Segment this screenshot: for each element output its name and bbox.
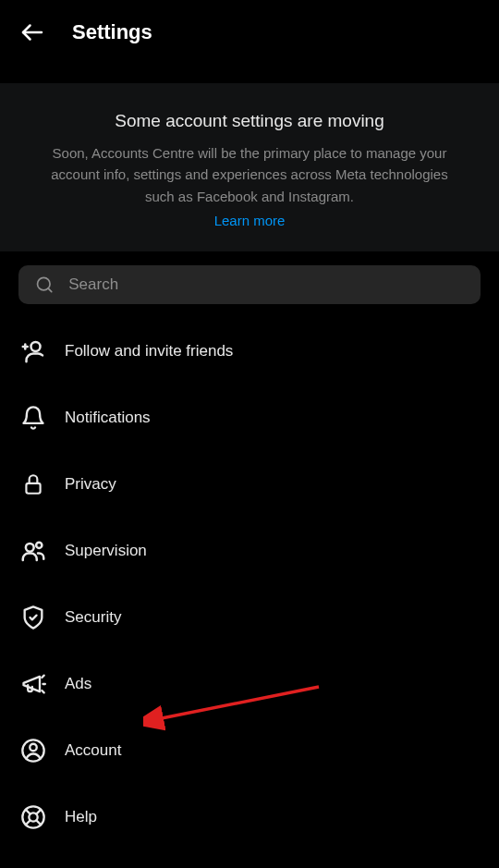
search-container — [0, 251, 499, 318]
svg-rect-6 — [26, 483, 40, 494]
menu-item-help[interactable]: Help — [18, 784, 481, 850]
menu-item-supervision[interactable]: Supervision — [18, 518, 481, 584]
svg-line-16 — [26, 810, 30, 814]
follow-invite-icon — [18, 336, 48, 366]
account-circle-icon — [18, 736, 48, 765]
svg-point-3 — [31, 342, 41, 351]
back-button[interactable] — [18, 18, 46, 46]
lifebuoy-icon — [18, 802, 48, 832]
menu-label: Account — [65, 741, 121, 760]
settings-menu: Follow and invite friends Notifications … — [0, 318, 499, 868]
shield-check-icon — [18, 603, 48, 632]
svg-point-8 — [36, 542, 42, 547]
menu-label: Privacy — [65, 475, 116, 494]
megaphone-icon — [18, 669, 48, 699]
menu-label: Ads — [65, 675, 91, 693]
menu-item-notifications[interactable]: Notifications — [18, 385, 481, 451]
header: Settings — [0, 0, 499, 65]
svg-line-2 — [48, 288, 52, 292]
back-arrow-icon — [18, 18, 46, 46]
banner-title: Some account settings are moving — [37, 111, 462, 131]
banner-description: Soon, Accounts Centre will be the primar… — [37, 142, 462, 207]
menu-label: Follow and invite friends — [65, 342, 233, 361]
page-title: Settings — [72, 20, 152, 44]
menu-item-ads[interactable]: Ads — [18, 651, 481, 717]
search-bar[interactable] — [18, 265, 481, 304]
menu-label: Security — [65, 608, 121, 627]
menu-item-security[interactable]: Security — [18, 584, 481, 651]
menu-label: Help — [65, 808, 97, 826]
learn-more-link[interactable]: Learn more — [37, 213, 462, 228]
menu-item-account[interactable]: Account — [18, 717, 481, 784]
menu-label: Supervision — [65, 542, 147, 560]
supervision-icon — [18, 536, 48, 566]
svg-line-9 — [42, 675, 43, 677]
svg-point-7 — [26, 544, 34, 552]
svg-line-18 — [36, 810, 41, 814]
menu-item-about[interactable]: About — [18, 850, 481, 868]
svg-point-13 — [30, 744, 36, 751]
svg-line-19 — [26, 820, 30, 825]
bell-icon — [18, 403, 48, 433]
menu-item-privacy[interactable]: Privacy — [18, 451, 481, 518]
menu-label: Notifications — [65, 409, 151, 427]
menu-item-follow-invite[interactable]: Follow and invite friends — [18, 318, 481, 385]
accounts-centre-banner: Some account settings are moving Soon, A… — [0, 83, 499, 251]
lock-icon — [18, 470, 48, 499]
svg-line-17 — [36, 820, 41, 825]
search-input[interactable] — [68, 275, 464, 294]
svg-line-11 — [42, 691, 43, 692]
search-icon — [35, 275, 54, 295]
